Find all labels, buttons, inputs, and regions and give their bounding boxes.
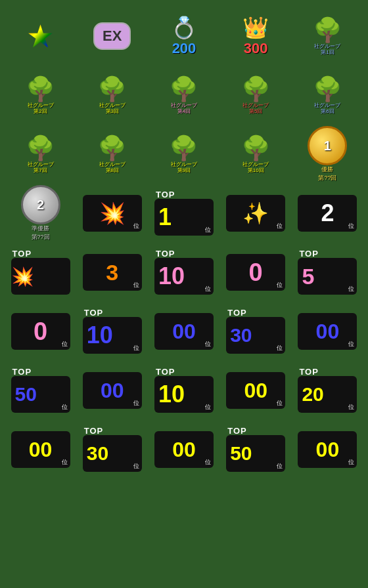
cell-tree-5: 🌳社グループ第5回: [222, 66, 290, 125]
top-num-10-pink: 10: [154, 264, 185, 288]
row-3: 🌳社グループ第7回 🌳社グループ第8回 🌳社グループ第9回 🌳社グループ第10回…: [7, 125, 361, 184]
tree-icon-7: 🌳: [26, 135, 55, 162]
tree-icon-8: 🌳: [97, 135, 127, 162]
num-00-blue: 00: [172, 320, 196, 344]
row-5: TOP 💥 3 位 TOP 10 位 0 位 TOP 5: [7, 243, 361, 302]
sparkle-icon: ✨: [242, 201, 269, 226]
top-num-30-yellow: 30: [83, 444, 108, 463]
cell-top-1: TOP 1 位: [150, 184, 218, 243]
cell-tree-3: 🌳社グループ第3回: [78, 66, 146, 125]
cell-rainbow-star: ★: [7, 7, 74, 66]
tree-icon-3: 🌳: [97, 75, 127, 103]
cell-num-00-yellow2: 00 位: [7, 420, 74, 479]
rainbow-star-icon: ★: [26, 18, 55, 54]
num-card-00-yellow4: 00 位: [298, 431, 357, 468]
top-label-7: TOP: [11, 368, 32, 376]
top-label-10: TOP: [83, 427, 104, 435]
top-card-rank-1: 位: [205, 226, 211, 234]
cell-num-00-yellow3: 00 位: [150, 420, 218, 479]
tree-label-4: 社グループ第4回: [171, 103, 197, 115]
cell-num-00-blue: 00 位: [150, 302, 218, 361]
cell-num-00-yellow: 00 位: [222, 361, 290, 420]
tree-label-2: 社グループ第2回: [28, 103, 54, 115]
row-4: 2 準優勝第??回 💥 位 TOP 1 位 ✨ 位 2 位: [7, 184, 361, 243]
cell-tree-9: 🌳社グループ第9回: [150, 125, 218, 184]
num-3-value: 3: [106, 260, 118, 285]
rank-label-13: 位: [62, 403, 68, 411]
rank-label-6: 位: [277, 281, 283, 289]
cell-top-10-yellow: TOP 10 位: [150, 361, 218, 420]
cell-silver-medal: 2 準優勝第??回: [7, 184, 74, 243]
rank-label-17: 位: [348, 403, 354, 411]
top-card-1: TOP 1 位: [154, 190, 214, 236]
top-label-11: TOP: [226, 427, 247, 435]
rank-label-16: 位: [277, 399, 283, 408]
rank-label-10: 位: [205, 340, 211, 348]
top-num-50-blue: 50: [11, 385, 37, 404]
tree-label-8: 社グループ第8回: [99, 162, 126, 174]
cell-top-50-blue: TOP 50 位: [7, 361, 74, 420]
top-card-5-pink: TOP 5 位: [298, 249, 357, 295]
tree-label-6: 社グループ第6回: [314, 103, 340, 115]
rank-label-15: 位: [205, 403, 211, 411]
cell-top-5-pink: TOP 5 位: [294, 243, 361, 302]
top-label-5: TOP: [83, 308, 104, 317]
top-card-inner-1: 1 位: [154, 199, 214, 236]
ring-container: 💍 200: [171, 15, 197, 57]
rank-label-7: 位: [348, 285, 354, 293]
top-num-10-yellow: 10: [154, 383, 185, 406]
tree-icon-6: 🌳: [313, 75, 342, 103]
top-card-inner-7: 50 位: [11, 376, 70, 413]
cell-ring: 💍 200: [150, 7, 218, 66]
cell-tree-4: 🌳社グループ第4回: [150, 66, 218, 125]
num-00-yellow3: 00: [172, 438, 196, 462]
cell-sparkle-card: ✨ 位: [222, 184, 290, 243]
top-star-card-1: TOP 💥: [11, 249, 70, 295]
rank-label-20: 位: [205, 458, 211, 467]
tree-label-7: 社グループ第7回: [28, 162, 54, 174]
tree-icon-1: 🌳: [313, 16, 342, 44]
cell-num-00-yellow4: 00 位: [294, 420, 361, 479]
cell-tree-6: 🌳社グループ第6回: [294, 66, 361, 125]
top-card-10-blue: TOP 10 位: [83, 308, 142, 354]
rank-label-8: 位: [62, 340, 68, 348]
tree-icon-2: 🌳: [26, 75, 55, 103]
top-card-inner-11: 50 位: [226, 435, 285, 472]
cell-tree-1: 🌳 社グループ第1回: [294, 7, 361, 66]
top-label-3: TOP: [154, 249, 175, 258]
cell-num-2: 2 位: [294, 184, 361, 243]
top-card-20-yellow: TOP 20 位: [298, 368, 357, 413]
tree-label-10: 社グループ第10回: [242, 162, 269, 174]
crown-number: 300: [244, 40, 268, 57]
top-card-inner-4: 5 位: [298, 258, 357, 295]
top-card-30-blue: TOP 30 位: [226, 308, 285, 354]
top-label-9: TOP: [298, 368, 319, 376]
gold-medal-icon: 1: [308, 126, 347, 165]
tree-label-9: 社グループ第9回: [171, 162, 197, 174]
silver-medal-icon: 2: [21, 185, 60, 224]
rank-label-19: 位: [133, 462, 139, 471]
num-card-00-yellow3: 00 位: [154, 431, 214, 468]
num-card-00-blue3: 00 位: [83, 372, 142, 409]
top-card-inner-10: 30 位: [83, 435, 142, 472]
explosion-icon-2: 💥: [11, 266, 34, 287]
top-card-inner-3: 10 位: [154, 258, 214, 295]
top-card-inner-2: 💥: [11, 258, 70, 295]
silver-medal-num: 2: [37, 198, 44, 213]
ex-badge-label: EX: [93, 22, 131, 50]
num-card-00-yellow2: 00 位: [11, 431, 70, 468]
tree-label-1: 社グループ第1回: [314, 44, 340, 56]
silver-medal-label: 準優勝第??回: [32, 224, 50, 242]
cell-num-0-pink2: 0 位: [7, 302, 74, 361]
explosion-icon-1: 💥: [99, 201, 126, 226]
top-card-50-yellow: TOP 50 位: [226, 427, 285, 472]
tree-icon-9: 🌳: [169, 135, 198, 162]
top-num-20-yellow: 20: [298, 385, 323, 404]
rank-label-3: 位: [348, 222, 354, 230]
rank-label-2: 位: [277, 222, 283, 230]
cell-num-00-blue2: 00 位: [294, 302, 361, 361]
num-card-2: 2 位: [298, 195, 357, 232]
row-2: 🌳社グループ第2回 🌳社グループ第3回 🌳社グループ第4回 🌳社グループ第5回 …: [7, 66, 361, 125]
tree-icon-4: 🌳: [169, 75, 198, 103]
top-card-inner-5: 10 位: [83, 317, 142, 354]
